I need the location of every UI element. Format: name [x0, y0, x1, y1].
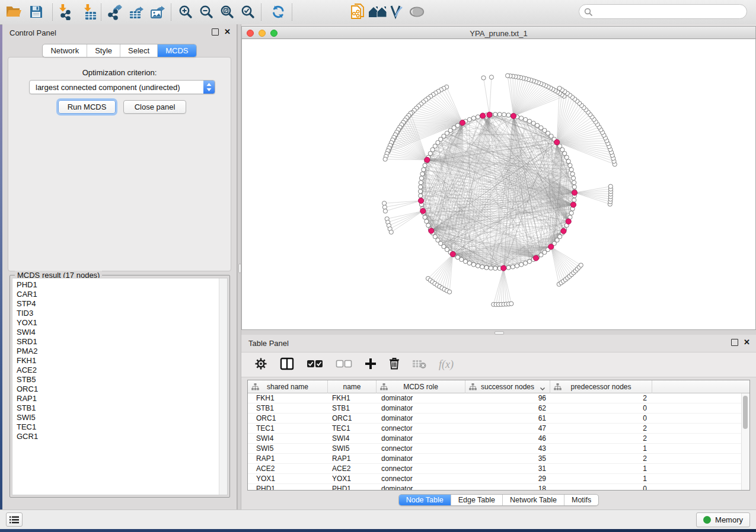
mcds-result-item[interactable]: ORC1	[12, 384, 227, 394]
list-scrollbar[interactable]	[219, 278, 227, 495]
column-header-name[interactable]: name	[328, 380, 377, 393]
network-node[interactable]	[423, 164, 427, 168]
network-hub-node[interactable]	[460, 120, 465, 126]
network-node[interactable]	[383, 157, 387, 161]
network-node[interactable]	[563, 152, 567, 156]
tab-style[interactable]: Style	[87, 44, 120, 57]
close-panel-icon[interactable]: ✕	[744, 339, 750, 345]
network-node[interactable]	[471, 116, 476, 120]
float-panel-icon[interactable]	[731, 339, 738, 346]
table-cell[interactable]: RAP1	[328, 454, 377, 463]
scrollbar-thumb[interactable]	[743, 396, 748, 429]
mcds-result-item[interactable]: PMA2	[12, 347, 227, 356]
table-cell[interactable]: ACE2	[328, 464, 377, 473]
network-node[interactable]	[418, 189, 422, 193]
sort-menu-icon[interactable]	[540, 384, 546, 393]
table-cell[interactable]: 2	[550, 424, 652, 433]
network-node[interactable]	[430, 148, 435, 152]
network-node[interactable]	[572, 198, 576, 202]
table-cell[interactable]: SWI4	[328, 434, 377, 443]
network-node[interactable]	[506, 265, 511, 270]
network-node[interactable]	[527, 119, 531, 123]
zoom-fit-icon[interactable]	[217, 2, 237, 22]
network-node[interactable]	[527, 259, 531, 264]
mcds-result-item[interactable]: SWI5	[12, 413, 227, 422]
network-node[interactable]	[425, 219, 429, 223]
close-panel-icon[interactable]: ✕	[224, 29, 231, 35]
table-cell[interactable]: 47	[465, 424, 550, 433]
network-hub-node[interactable]	[429, 228, 434, 233]
table-cell[interactable]: YOX1	[328, 474, 377, 483]
network-node[interactable]	[535, 123, 540, 127]
table-cell[interactable]: 2	[550, 434, 652, 443]
network-node[interactable]	[467, 261, 471, 265]
mcds-result-item[interactable]: FKH1	[12, 356, 227, 366]
eye-icon[interactable]	[407, 2, 427, 22]
mcds-result-item[interactable]: YOX1	[12, 318, 227, 328]
table-row[interactable]: ORC1ORC1dominator610	[248, 414, 749, 424]
network-hub-node[interactable]	[501, 265, 506, 271]
mcds-result-list[interactable]: PHD1CAR1STP4TID3YOX1SWI4SRD1PMA2FKH1ACE2…	[12, 278, 228, 495]
table-cell[interactable]: 43	[465, 444, 550, 453]
table-cell[interactable]: 29	[465, 474, 550, 483]
export-network-icon[interactable]	[104, 2, 125, 22]
network-node[interactable]	[382, 205, 387, 209]
delete-icon[interactable]	[389, 357, 400, 372]
table-cell[interactable]: 1	[550, 444, 652, 453]
network-hub-node[interactable]	[554, 140, 560, 145]
column-header-successor-nodes[interactable]: successor nodes	[465, 380, 550, 393]
network-node[interactable]	[455, 255, 460, 259]
network-node[interactable]	[419, 185, 423, 189]
network-node[interactable]	[564, 155, 569, 159]
home-pages-icon[interactable]	[368, 2, 388, 22]
table-cell[interactable]: connector	[377, 424, 465, 433]
table-cell[interactable]: connector	[377, 444, 465, 453]
table-cell[interactable]: 46	[465, 434, 550, 443]
mcds-result-item[interactable]: ACE2	[12, 366, 227, 375]
table-cell[interactable]: SWI5	[328, 444, 377, 453]
network-hub-node[interactable]	[511, 113, 516, 118]
tab-network-table[interactable]: Network Table	[503, 495, 564, 505]
refresh-icon[interactable]	[268, 2, 288, 22]
column-header-predecessor-nodes[interactable]: predecessor nodes	[550, 380, 652, 393]
table-cell[interactable]: dominator	[377, 434, 465, 443]
network-hub-node[interactable]	[566, 219, 571, 224]
network-hub-node[interactable]	[487, 112, 492, 117]
table-cell[interactable]: ACE2	[248, 464, 328, 473]
network-node[interactable]	[481, 76, 486, 80]
table-row[interactable]: SWI5SWI5connector431	[248, 444, 749, 454]
network-hub-node[interactable]	[480, 113, 486, 118]
table-cell[interactable]: STB1	[328, 403, 377, 413]
mcds-result-item[interactable]: STP4	[12, 299, 227, 309]
table-cell[interactable]: TEC1	[248, 424, 328, 433]
network-node[interactable]	[572, 185, 576, 189]
network-node[interactable]	[419, 194, 423, 198]
mcds-result-item[interactable]: TEC1	[12, 422, 227, 432]
network-window-titlebar[interactable]: YPA_prune.txt_1	[241, 26, 756, 39]
table-row[interactable]: YOX1YOX1connector291	[248, 474, 749, 484]
network-node[interactable]	[480, 265, 484, 269]
import-table-icon[interactable]	[79, 2, 100, 22]
tab-mcds[interactable]: MCDS	[158, 44, 196, 57]
table-cell[interactable]: 1	[550, 474, 652, 483]
table-row[interactable]: ACE2ACE2connector311	[248, 464, 749, 474]
mcds-result-item[interactable]: GCR1	[12, 432, 227, 441]
table-row[interactable]: PHD1PHD1dominator180	[248, 484, 749, 491]
mcds-result-item[interactable]: CAR1	[12, 290, 227, 299]
table-row[interactable]: SWI4SWI4dominator462	[248, 434, 749, 444]
tab-network[interactable]: Network	[43, 44, 87, 57]
network-node[interactable]	[460, 257, 464, 261]
mcds-result-item[interactable]: TID3	[12, 309, 227, 318]
tab-node-table[interactable]: Node Table	[399, 495, 451, 505]
network-node[interactable]	[511, 265, 515, 269]
network-node[interactable]	[502, 113, 506, 117]
table-cell[interactable]: 31	[465, 464, 550, 473]
run-mcds-button[interactable]: Run MCDS	[58, 100, 116, 114]
table-cell[interactable]: 2	[550, 393, 652, 403]
tab-select[interactable]: Select	[120, 44, 158, 57]
network-node[interactable]	[519, 262, 524, 267]
table-cell[interactable]: TEC1	[328, 424, 377, 433]
close-panel-button[interactable]: Close panel	[123, 100, 186, 114]
network-node[interactable]	[506, 113, 511, 117]
table-cell[interactable]: 1	[550, 464, 652, 473]
